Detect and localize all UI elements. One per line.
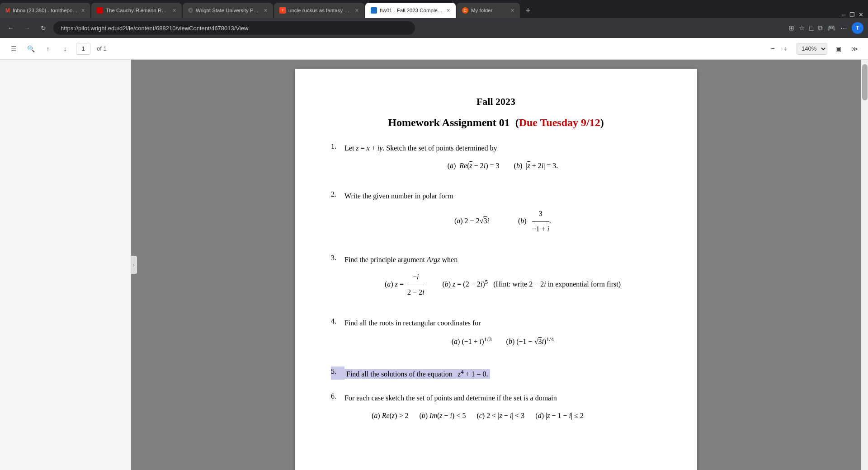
- zoom-select[interactable]: 140%: [797, 43, 827, 55]
- tab-wsu[interactable]: 🅦 Wright State University Parking... ✕: [183, 3, 273, 18]
- pdf-sidebar-toggle[interactable]: ☰: [7, 42, 20, 55]
- problem-1-text: Let z = x + iy. Sketch the set of points…: [344, 142, 661, 178]
- pdf-search-button[interactable]: 🔍: [24, 42, 37, 55]
- problem-2-number: 2.: [331, 190, 344, 241]
- tab-gmail[interactable]: M Inbox (23,380) - tomthepower©... ✕: [0, 3, 90, 18]
- tab-uncle-label: uncle ruckus as fantasy paladin ...: [288, 8, 352, 13]
- scrollbar-thumb[interactable]: [862, 64, 868, 100]
- problem-6-number: 6.: [331, 392, 344, 428]
- page-of-label: of 1: [97, 45, 107, 52]
- problem-3-math: (a) z = −i 2 − 2i (b) z = (2 − 2i)5 (Hin…: [344, 271, 661, 299]
- reload-button[interactable]: ↻: [37, 22, 50, 34]
- gmail-favicon-icon: M: [5, 7, 10, 14]
- collections-icon[interactable]: □: [809, 24, 813, 32]
- tab-cauchy[interactable]: The Cauchy-Riemann Relations &... ✕: [91, 3, 182, 18]
- restore-button[interactable]: ❐: [849, 11, 855, 18]
- pdf-next-page-button[interactable]: ↓: [59, 42, 71, 55]
- tab-uncle-close-icon[interactable]: ✕: [355, 8, 359, 14]
- split-icon[interactable]: ⧉: [818, 24, 823, 32]
- tab-myfolder-label: My folder: [471, 8, 508, 13]
- problem-4-math: (a) (−1 + i)1/3 (b) (−1 − √3i)1/4: [344, 334, 661, 348]
- browser-game-icon[interactable]: 🎮: [827, 24, 836, 32]
- problem-5-text: Find all the solutions of the equation z…: [344, 367, 661, 380]
- problem-1: 1. Let z = x + iy. Sketch the set of poi…: [331, 142, 661, 178]
- tab-cauchy-close-icon[interactable]: ✕: [172, 8, 176, 14]
- main-area: › Fall 2023 Homework Assignment 01 (Due …: [0, 60, 868, 470]
- tab-gmail-label: Inbox (23,380) - tomthepower©...: [13, 8, 78, 13]
- wsu-favicon-icon: 🅦: [188, 8, 193, 13]
- pdf-right-tools: ▣ ≫: [832, 42, 861, 55]
- pdf-view-toggle[interactable]: ▣: [832, 42, 844, 55]
- favorites-icon[interactable]: ☆: [799, 24, 805, 32]
- problem-3-text: Find the principle argument Argz when (a…: [344, 254, 661, 305]
- pdf-due-date: Due Tuesday 9/12: [519, 117, 600, 128]
- zoom-plus-button[interactable]: +: [779, 42, 792, 55]
- tab-hw01-close-icon[interactable]: ✕: [446, 8, 450, 14]
- address-bar-row: ← → ↻ ⊞ ☆ □ ⧉ 🎮 ⋯ T: [0, 18, 868, 38]
- panel-toggle-button[interactable]: ›: [131, 256, 137, 274]
- problem-4-number: 4.: [331, 317, 344, 354]
- pdf-subtitle: Homework Assignment 01 (Due Tuesday 9/12…: [331, 117, 661, 129]
- pdf-page: Fall 2023 Homework Assignment 01 (Due Tu…: [295, 69, 697, 470]
- problem-4: 4. Find all the roots in rectangular coo…: [331, 317, 661, 354]
- pdf-semester: Fall 2023: [331, 96, 661, 108]
- page-number-input[interactable]: [76, 43, 90, 55]
- tab-bar: M Inbox (23,380) - tomthepower©... ✕ The…: [0, 0, 868, 18]
- profile-avatar[interactable]: T: [852, 22, 863, 34]
- problem-1-number: 1.: [331, 142, 344, 178]
- myfolder-favicon-icon: C: [462, 7, 468, 14]
- pdf-more-button[interactable]: ≫: [848, 42, 861, 55]
- pdf-scrollbar[interactable]: [861, 60, 868, 470]
- problem-6-math: (a) Re(z) > 2 (b) Im(z − i) < 5 (c) 2 < …: [372, 409, 661, 423]
- problem-3: 3. Find the principle argument Argz when…: [331, 254, 661, 305]
- problem-6: 6. For each case sketch the set of point…: [331, 392, 661, 428]
- pdf-title-text: Homework Assignment 01: [388, 117, 509, 128]
- back-button[interactable]: ←: [5, 22, 17, 34]
- pdf-viewer[interactable]: Fall 2023 Homework Assignment 01 (Due Tu…: [131, 60, 861, 470]
- window-controls: ─ ❐ ✕: [837, 11, 868, 18]
- cauchy-favicon-icon: [97, 7, 103, 14]
- problem-5-number: 5.: [331, 367, 344, 380]
- more-tools-icon[interactable]: ⋯: [840, 24, 847, 32]
- hw01-favicon-icon: [371, 7, 377, 14]
- problem-2-text: Write the given number in polar form (a)…: [344, 190, 661, 241]
- forward-button[interactable]: →: [21, 22, 33, 34]
- problem-2-math: (a) 2 − 2√3i (b) 3 −1 + i .: [344, 207, 661, 236]
- pdf-sidebar: ›: [0, 60, 131, 470]
- tab-myfolder-close-icon[interactable]: ✕: [510, 8, 514, 14]
- tab-uncle[interactable]: 7 uncle ruckus as fantasy paladin ... ✕: [274, 3, 364, 18]
- problem-5: 5. Find all the solutions of the equatio…: [331, 367, 661, 380]
- problem-5-highlight: Find all the solutions of the equation z…: [344, 369, 490, 379]
- tab-cauchy-label: The Cauchy-Riemann Relations &...: [106, 8, 170, 13]
- zoom-minus-button[interactable]: −: [771, 45, 775, 53]
- problem-4-text: Find all the roots in rectangular coordi…: [344, 317, 661, 354]
- problem-6-text: For each case sketch the set of points a…: [344, 392, 661, 428]
- minimize-button[interactable]: ─: [842, 11, 846, 18]
- pdf-toolbar: ☰ 🔍 ↑ ↓ of 1 − + 140% ▣ ≫: [0, 38, 868, 60]
- browser-window: M Inbox (23,380) - tomthepower©... ✕ The…: [0, 0, 868, 470]
- uncle-favicon-icon: 7: [279, 7, 286, 14]
- address-input[interactable]: [53, 21, 415, 35]
- tab-hw01[interactable]: hw01 - Fall 2023 Complex Variab... ✕: [365, 3, 456, 18]
- tab-wsu-label: Wright State University Parking...: [196, 8, 261, 13]
- tab-hw01-label: hw01 - Fall 2023 Complex Variab...: [380, 8, 443, 13]
- close-button[interactable]: ✕: [859, 11, 863, 18]
- problem-1-math: (a) Re(z − 2i) = 3 (b) |z + 2i| = 3.: [344, 160, 661, 173]
- tab-gmail-close-icon[interactable]: ✕: [81, 8, 85, 14]
- problem-2: 2. Write the given number in polar form …: [331, 190, 661, 241]
- toolbar-right: ⊞ ☆ □ ⧉ 🎮 ⋯ T: [788, 22, 863, 34]
- problem-3-number: 3.: [331, 254, 344, 305]
- pdf-prev-page-button[interactable]: ↑: [42, 42, 54, 55]
- new-tab-button[interactable]: +: [521, 3, 535, 18]
- tab-myfolder[interactable]: C My folder ✕: [457, 3, 520, 18]
- extensions-icon[interactable]: ⊞: [788, 24, 794, 32]
- tab-wsu-close-icon[interactable]: ✕: [264, 8, 268, 14]
